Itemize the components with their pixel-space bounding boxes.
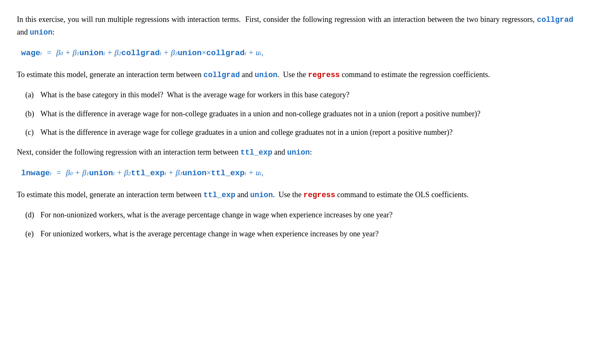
eq1-plus2: +: [107, 46, 113, 59]
question-e-text: For unionized workers, what is the avera…: [40, 228, 573, 240]
question-d-label: (d): [25, 209, 40, 221]
questions-list-1: (a) What is the base category in this mo…: [17, 89, 573, 139]
eq2-beta0: β: [66, 166, 70, 179]
regress-ref2: regress: [304, 191, 336, 199]
eq2-u: u: [256, 166, 260, 179]
union-ref1: union: [30, 28, 53, 37]
eq2-plus3: +: [168, 166, 174, 179]
question-c-text: What is the difference in average wage f…: [40, 126, 573, 139]
equation2: lnwagei = β0 + β1 unioni + β2 ttl_expi +…: [17, 166, 573, 179]
regress-ref1: regress: [308, 71, 340, 79]
question-a-label: (a): [25, 89, 40, 101]
question-b-text: What is the difference in average wage f…: [40, 108, 573, 120]
eq1-beta2: β: [115, 46, 118, 59]
eq1-beta3: β: [171, 46, 175, 59]
question-c-label: (c): [25, 126, 40, 139]
eq1-lhs-sub: i: [40, 49, 42, 58]
question-d: (d) For non-unionized workers, what is t…: [17, 209, 573, 221]
estimate2-paragraph: To estimate this model, generate an inte…: [17, 189, 573, 201]
eq1-equals: =: [44, 46, 54, 59]
eq1-u: u: [256, 46, 260, 59]
collgrad-ref1: collgrad: [537, 16, 573, 24]
ttl_exp-ref1: ttl_exp: [240, 148, 272, 157]
eq2-beta1: β: [82, 166, 86, 179]
equation1: wagei = β0 + β1 unioni + β2 collgradi + …: [17, 46, 573, 59]
eq1-plus3: +: [164, 46, 169, 59]
eq2-union: union: [89, 167, 113, 179]
eq1-comma: ,: [261, 46, 263, 59]
eq1-collgrad-x: collgrad: [206, 47, 244, 59]
ttl_exp-ref2: ttl_exp: [204, 191, 236, 199]
next-paragraph: Next, consider the following regression …: [17, 146, 573, 159]
eq1-plus4: +: [248, 46, 254, 59]
eq1-union: union: [79, 47, 103, 59]
eq2-beta3: β: [176, 166, 180, 179]
union-ref3: union: [287, 148, 310, 157]
question-a-text: What is the base category in this model?…: [40, 89, 573, 101]
question-b: (b) What is the difference in average wa…: [17, 108, 573, 120]
eq2-comma: ,: [261, 166, 263, 179]
questions-list-2: (d) For non-unionized workers, what is t…: [17, 209, 573, 240]
eq1-beta0: β: [56, 46, 60, 59]
intro-paragraph: In this exercise, you will run multiple …: [17, 13, 573, 39]
eq2-ttl_exp-x: ttl_exp: [211, 167, 245, 179]
union-ref2: union: [255, 71, 277, 79]
eq1-lhs-var: wage: [21, 47, 40, 59]
eq2-plus2: +: [117, 166, 122, 179]
union-ref4: union: [250, 191, 273, 199]
eq2-plus4: +: [248, 166, 254, 179]
eq1-union-x: union: [177, 47, 201, 59]
question-e: (e) For unionized workers, what is the a…: [17, 228, 573, 240]
estimate1-paragraph: To estimate this model, generate an inte…: [17, 69, 573, 81]
question-b-label: (b): [25, 108, 40, 120]
eq2-beta2: β: [124, 166, 128, 179]
eq1-collgrad: collgrad: [121, 47, 160, 59]
question-c: (c) What is the difference in average wa…: [17, 126, 573, 139]
eq1-beta1: β: [73, 46, 76, 59]
eq2-union-x: union: [183, 167, 207, 179]
question-d-text: For non-unionized workers, what is the a…: [40, 209, 573, 221]
collgrad-ref2: collgrad: [204, 71, 240, 79]
question-a: (a) What is the base category in this mo…: [17, 89, 573, 101]
eq2-plus1: +: [75, 166, 80, 179]
question-e-label: (e): [25, 228, 40, 240]
eq2-lhs-var: lnwage: [21, 167, 50, 179]
eq1-plus1: +: [65, 46, 71, 59]
eq2-equals: =: [54, 166, 63, 179]
eq2-ttl_exp: ttl_exp: [131, 167, 165, 179]
